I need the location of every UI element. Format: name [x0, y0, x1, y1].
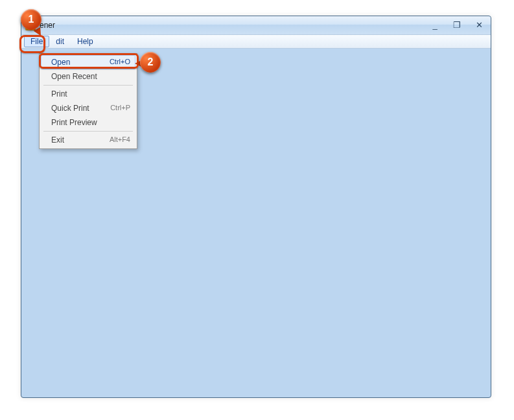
titlebar[interactable]: ener _ ❐ ✕	[21, 16, 491, 34]
callout-number: 2	[148, 56, 154, 68]
menu-edit[interactable]: dit	[49, 36, 71, 47]
maximize-button[interactable]: ❐	[449, 19, 465, 30]
callout-badge-1: 1	[21, 9, 41, 30]
menu-item-print[interactable]: Print	[41, 87, 135, 101]
menu-item-label: Print	[51, 89, 67, 99]
menu-item-label: Exit	[51, 135, 64, 145]
menu-item-shortcut: Ctrl+P	[110, 104, 130, 113]
menu-item-label: Print Preview	[51, 118, 97, 127]
menu-item-open-recent[interactable]: Open Recent	[41, 69, 135, 84]
minimize-icon: _	[432, 20, 437, 30]
callout-number: 1	[29, 14, 34, 25]
maximize-icon: ❐	[453, 20, 461, 30]
menu-item-label: Open Recent	[51, 72, 97, 81]
close-button[interactable]: ✕	[471, 19, 487, 30]
callout-badge-2: 2	[140, 52, 161, 73]
menu-item-quick-print[interactable]: Quick Print Ctrl+P	[41, 101, 135, 115]
window-title: ener	[40, 21, 55, 30]
window-controls: _ ❐ ✕	[427, 19, 487, 30]
highlight-ring-file	[19, 35, 45, 53]
menubar: File dit Help	[21, 34, 491, 49]
highlight-ring-open	[39, 53, 139, 69]
menu-separator	[43, 131, 133, 132]
menu-item-exit[interactable]: Exit Alt+F4	[41, 133, 135, 147]
menu-help[interactable]: Help	[71, 36, 100, 47]
minimize-button[interactable]: _	[427, 19, 443, 30]
close-icon: ✕	[476, 20, 483, 30]
menu-item-print-preview[interactable]: Print Preview	[41, 115, 135, 130]
menu-item-shortcut: Alt+F4	[110, 135, 130, 145]
menu-item-label: Quick Print	[51, 104, 89, 113]
menu-separator	[43, 85, 133, 86]
